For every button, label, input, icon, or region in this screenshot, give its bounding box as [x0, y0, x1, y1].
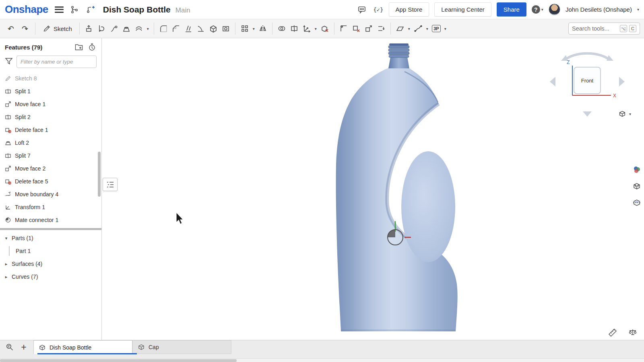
- feature-item[interactable]: Move face 1: [0, 98, 101, 111]
- bottle-model[interactable]: [336, 43, 458, 331]
- feature-item[interactable]: Loft 2: [0, 136, 101, 149]
- feature-item[interactable]: Move boundary 4: [0, 188, 101, 201]
- feature-item[interactable]: Mate connector 1: [0, 214, 101, 226]
- view-cube[interactable]: Front Z X: [546, 42, 629, 121]
- document-name[interactable]: Dish Soap Bottle: [103, 5, 171, 14]
- comments-icon[interactable]: [356, 4, 368, 16]
- part-studio-icon: [138, 343, 145, 351]
- sweep-icon[interactable]: [108, 22, 120, 35]
- help-icon: ?: [532, 5, 540, 14]
- sketch-label: Sketch: [54, 25, 72, 32]
- user-avatar[interactable]: [549, 4, 560, 15]
- tab-cap[interactable]: Cap: [132, 340, 231, 354]
- user-name[interactable]: John Desilets (Onshape): [566, 6, 632, 13]
- surfaces-group[interactable]: ▸ Surfaces (4): [0, 257, 101, 270]
- feature-item[interactable]: Sketch 8: [0, 72, 101, 85]
- loft-icon[interactable]: [120, 22, 132, 35]
- move-face-icon[interactable]: [363, 22, 375, 35]
- view-options-dropdown[interactable]: ▾: [618, 110, 631, 118]
- composite-curve-icon[interactable]: [412, 22, 424, 35]
- rib-icon[interactable]: [195, 22, 207, 35]
- chevron-down-icon[interactable]: ▾: [3, 236, 9, 241]
- draft-icon[interactable]: [182, 22, 194, 35]
- feature-list: Sketch 8 Split 1 Move face 1 Split 2 Del…: [0, 72, 101, 340]
- learning-center-button[interactable]: Learning Center: [434, 2, 491, 16]
- replace-face-icon[interactable]: [375, 22, 387, 35]
- sketch-button[interactable]: Sketch: [39, 22, 76, 35]
- thicken-menu-caret-icon[interactable]: ▾: [145, 27, 151, 31]
- parts-group[interactable]: ▾ Parts (1): [0, 232, 101, 245]
- feature-item[interactable]: Delete face 1: [0, 123, 101, 136]
- main-menu-icon[interactable]: [54, 6, 64, 14]
- transform-menu-caret-icon[interactable]: ▾: [313, 27, 318, 31]
- part-item[interactable]: Part 1: [0, 245, 101, 257]
- tab-dish-soap-bottle[interactable]: Dish Soap Bottle: [33, 340, 132, 354]
- chamfer-icon[interactable]: [170, 22, 182, 35]
- mirror-icon[interactable]: [257, 22, 269, 35]
- history-icon[interactable]: [87, 43, 97, 51]
- feature-list-flyout-button[interactable]: [103, 178, 118, 191]
- shell-icon[interactable]: [207, 22, 219, 35]
- feature-item[interactable]: Transform 1: [0, 201, 101, 214]
- share-button[interactable]: Share: [497, 2, 526, 16]
- linear-pattern-icon[interactable]: [239, 22, 251, 35]
- thicken-icon[interactable]: [133, 22, 145, 35]
- user-menu-caret-icon[interactable]: ▾: [637, 7, 639, 12]
- graphics-viewport[interactable]: Front Z X ▾: [102, 38, 644, 340]
- measure-icon[interactable]: [608, 328, 617, 337]
- three-point-icon[interactable]: 3P: [430, 22, 442, 35]
- new-folder-icon[interactable]: [74, 43, 84, 51]
- app-header: Onshape Dish Soap Bottle Main {✓} App St…: [0, 0, 644, 19]
- rollback-bar[interactable]: [0, 228, 101, 230]
- feature-item[interactable]: Split 7: [0, 149, 101, 162]
- undo-button[interactable]: ↶: [4, 22, 18, 35]
- search-tabs-icon[interactable]: [4, 341, 16, 353]
- feature-item[interactable]: Split 1: [0, 85, 101, 98]
- delete-part-icon[interactable]: [319, 22, 331, 35]
- plane-menu-caret-icon[interactable]: ▾: [407, 27, 412, 31]
- filter-icon: [5, 58, 13, 66]
- feature-list-scrollbar[interactable]: [98, 152, 101, 197]
- section-view-icon[interactable]: [631, 197, 643, 209]
- featurescript-notices-icon[interactable]: {✓}: [373, 6, 383, 13]
- search-tools[interactable]: ⌥ C: [568, 23, 640, 35]
- branch-plus-icon[interactable]: [85, 4, 97, 16]
- search-tools-input[interactable]: [572, 25, 618, 32]
- features-panel: Features (79) Sketch 8 Split 1: [0, 38, 102, 340]
- fillet-icon[interactable]: [157, 22, 169, 35]
- z-axis-label: Z: [567, 60, 570, 65]
- curve-menu-caret-icon[interactable]: ▾: [425, 27, 430, 31]
- plane-icon[interactable]: [394, 22, 406, 35]
- help-menu[interactable]: ? ▾: [532, 5, 543, 14]
- features-panel-title: Features (79): [5, 44, 71, 51]
- tab-scrollbar-thumb[interactable]: [0, 359, 237, 362]
- feature-item[interactable]: Move face 2: [0, 162, 101, 175]
- modify-fillet-icon[interactable]: [338, 22, 350, 35]
- display-modes-icon[interactable]: [631, 180, 643, 192]
- workspace-name[interactable]: Main: [175, 6, 190, 14]
- extrude-icon[interactable]: [83, 22, 95, 35]
- pattern-menu-caret-icon[interactable]: ▾: [251, 27, 256, 31]
- mass-properties-icon[interactable]: [628, 328, 638, 337]
- chevron-right-icon[interactable]: ▸: [3, 274, 9, 280]
- transform-icon[interactable]: [301, 22, 313, 35]
- chevron-right-icon[interactable]: ▸: [3, 261, 9, 267]
- onshape-logo[interactable]: Onshape: [5, 3, 48, 16]
- feature-item[interactable]: Split 2: [0, 111, 101, 123]
- shortcut-c-key: C: [629, 25, 636, 32]
- split-icon[interactable]: [288, 22, 300, 35]
- revolve-icon[interactable]: [95, 22, 107, 35]
- versions-history-icon[interactable]: [68, 4, 80, 16]
- app-store-button[interactable]: App Store: [389, 2, 429, 16]
- curves-group[interactable]: ▸ Curves (7): [0, 270, 101, 283]
- hole-icon[interactable]: [220, 22, 232, 35]
- boolean-icon[interactable]: [276, 22, 288, 35]
- three-point-menu-caret-icon[interactable]: ▾: [443, 27, 448, 31]
- rotate-left-icon: [550, 77, 555, 86]
- feature-item[interactable]: Delete face 5: [0, 175, 101, 188]
- redo-button[interactable]: ↷: [18, 22, 32, 35]
- delete-face-icon[interactable]: [350, 22, 362, 35]
- insert-tab-button[interactable]: +: [18, 341, 30, 353]
- appearance-panel-icon[interactable]: [631, 164, 643, 176]
- feature-filter-input[interactable]: [17, 56, 97, 68]
